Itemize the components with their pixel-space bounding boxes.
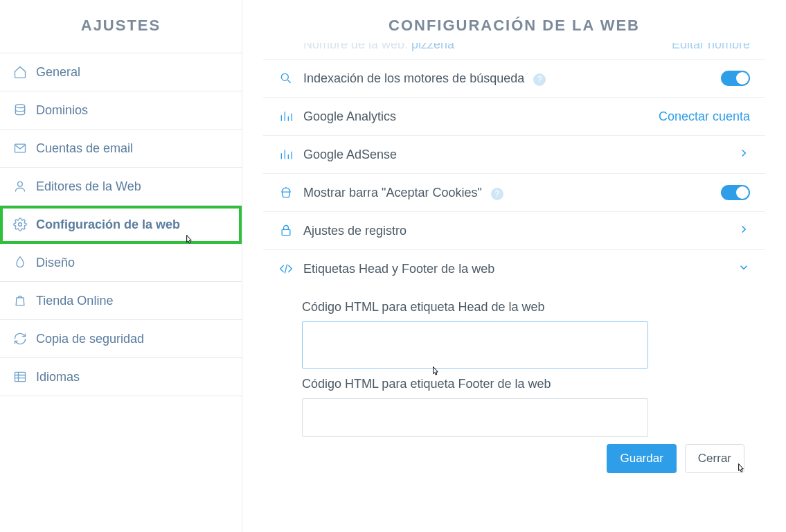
head-code-textarea[interactable] xyxy=(302,321,648,369)
code-icon xyxy=(278,261,294,276)
lock-icon xyxy=(278,223,294,238)
drop-icon xyxy=(12,255,28,270)
footer-field-label: Código HTML para etiqueta Footer de la w… xyxy=(302,377,750,391)
head-field-label: Código HTML para etiqueta Head de la web xyxy=(302,300,750,314)
svg-point-0 xyxy=(15,105,24,108)
partial-value: pizzeria xyxy=(411,43,454,51)
row-analytics: Google Analytics Conectar cuenta xyxy=(263,98,765,136)
sidebar: AJUSTES General Dominios Cuentas de emai… xyxy=(0,0,242,532)
cookies-label-text: Mostrar barra "Aceptar Cookies" xyxy=(303,186,482,200)
chevron-right-icon xyxy=(738,223,750,238)
svg-rect-6 xyxy=(282,229,290,235)
cookies-label: Mostrar barra "Aceptar Cookies" ? xyxy=(303,186,721,200)
row-label: Indexación de los motores de búsqueda ? xyxy=(303,71,721,86)
sidebar-item-domains[interactable]: Dominios xyxy=(0,91,242,130)
save-button[interactable]: Guardar xyxy=(607,444,676,473)
row-cookies: Mostrar barra "Aceptar Cookies" ? xyxy=(263,174,765,212)
register-label: Ajustes de registro xyxy=(303,224,738,238)
gear-icon xyxy=(12,217,28,232)
sidebar-item-backup[interactable]: Copia de seguridad xyxy=(0,320,242,358)
cupcake-icon xyxy=(278,185,294,200)
sidebar-item-label: Configuración de la web xyxy=(36,218,180,232)
main-panel: CONFIGURACIÓN DE LA WEB Nombre de la web… xyxy=(242,0,786,532)
close-button[interactable]: Cerrar xyxy=(685,444,744,473)
edit-name-link[interactable]: Editar nombre xyxy=(672,43,750,52)
analytics-label: Google Analytics xyxy=(303,109,659,124)
indexing-toggle[interactable] xyxy=(721,71,750,86)
help-icon[interactable]: ? xyxy=(533,73,546,86)
chart-icon xyxy=(278,109,294,124)
headfooter-expand: Código HTML para etiqueta Head de la web… xyxy=(263,287,765,440)
partial-label: Nombre de la web: xyxy=(303,43,411,51)
cookies-toggle[interactable] xyxy=(721,185,750,200)
sidebar-title: AJUSTES xyxy=(0,0,242,53)
row-indexing: Indexación de los motores de búsqueda ? xyxy=(263,60,765,98)
database-icon xyxy=(12,103,28,118)
svg-point-3 xyxy=(19,223,22,227)
sidebar-item-label: Copia de seguridad xyxy=(36,332,144,346)
home-icon xyxy=(12,64,28,80)
sidebar-item-label: Diseño xyxy=(36,256,75,270)
mail-icon xyxy=(12,141,28,156)
sidebar-item-general[interactable]: General xyxy=(0,53,242,91)
grid-icon xyxy=(12,369,28,384)
footer-code-textarea[interactable] xyxy=(302,398,648,437)
chart-icon xyxy=(278,147,294,162)
row-adsense[interactable]: Google AdSense xyxy=(263,136,765,174)
sidebar-item-label: Idiomas xyxy=(36,370,80,384)
headfooter-label: Etiquetas Head y Footer de la web xyxy=(303,262,738,276)
sidebar-item-editors[interactable]: Editores de la Web xyxy=(0,168,242,206)
sidebar-item-shop[interactable]: Tienda Online xyxy=(0,282,242,320)
svg-point-2 xyxy=(18,181,23,186)
chevron-right-icon xyxy=(738,147,750,162)
sidebar-item-email[interactable]: Cuentas de email xyxy=(0,130,242,168)
main-title: CONFIGURACIÓN DE LA WEB xyxy=(242,0,786,43)
sidebar-item-languages[interactable]: Idiomas xyxy=(0,358,242,396)
adsense-label: Google AdSense xyxy=(303,148,738,162)
sidebar-item-label: Cuentas de email xyxy=(36,141,133,156)
row-register[interactable]: Ajustes de registro xyxy=(263,212,765,250)
user-icon xyxy=(12,179,28,194)
chevron-down-icon xyxy=(738,261,750,276)
svg-point-5 xyxy=(281,73,288,80)
indexing-label-text: Indexación de los motores de búsqueda xyxy=(303,71,524,85)
connect-account-link[interactable]: Conectar cuenta xyxy=(659,109,750,124)
sidebar-item-label: Dominios xyxy=(36,103,88,118)
svg-rect-4 xyxy=(15,372,26,381)
sidebar-item-webconfig[interactable]: Configuración de la web xyxy=(0,206,242,244)
refresh-icon xyxy=(12,331,28,346)
sidebar-item-label: Tienda Online xyxy=(36,294,113,308)
row-website-name-partial: Nombre de la web: pizzeria Editar nombre xyxy=(263,43,765,60)
row-headfooter[interactable]: Etiquetas Head y Footer de la web xyxy=(263,250,765,287)
help-icon[interactable]: ? xyxy=(491,188,503,200)
search-icon xyxy=(278,71,294,86)
bag-icon xyxy=(12,293,28,308)
sidebar-item-design[interactable]: Diseño xyxy=(0,244,242,282)
footer-actions: Guardar Cerrar xyxy=(263,440,765,473)
sidebar-item-label: General xyxy=(36,65,80,80)
sidebar-item-label: Editores de la Web xyxy=(36,179,141,194)
